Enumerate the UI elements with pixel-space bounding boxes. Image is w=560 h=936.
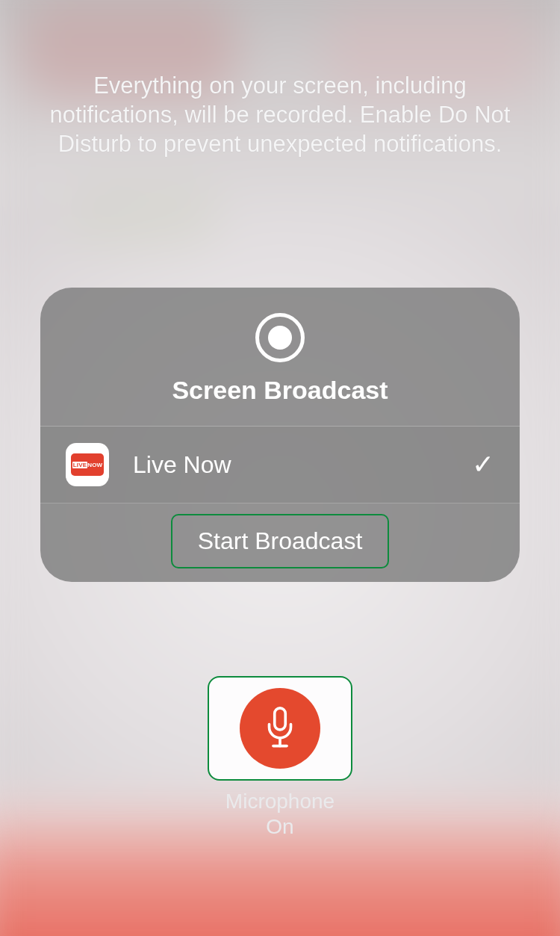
start-broadcast-button[interactable]: Start Broadcast xyxy=(171,514,390,568)
recording-notice-text: Everything on your screen, including not… xyxy=(45,72,515,158)
card-header: Screen Broadcast xyxy=(40,288,520,426)
microphone-block: Microphone On xyxy=(208,676,352,839)
record-icon-dot xyxy=(268,326,292,350)
screen-broadcast-card: Screen Broadcast LIVENOW Live Now ✓ Star… xyxy=(40,288,520,582)
live-now-badge: LIVENOW xyxy=(71,453,104,476)
broadcast-app-name: Live Now xyxy=(133,451,472,479)
microphone-toggle-button[interactable] xyxy=(208,676,352,781)
microphone-icon xyxy=(240,688,320,769)
microphone-label: Microphone xyxy=(208,790,352,813)
broadcast-app-row[interactable]: LIVENOW Live Now ✓ xyxy=(40,426,520,503)
checkmark-icon: ✓ xyxy=(472,449,494,480)
live-now-app-icon: LIVENOW xyxy=(66,443,109,486)
microphone-state: On xyxy=(208,815,352,839)
action-row: Start Broadcast xyxy=(40,503,520,582)
record-icon xyxy=(255,313,305,362)
svg-rect-0 xyxy=(275,708,286,730)
card-title: Screen Broadcast xyxy=(172,376,388,405)
